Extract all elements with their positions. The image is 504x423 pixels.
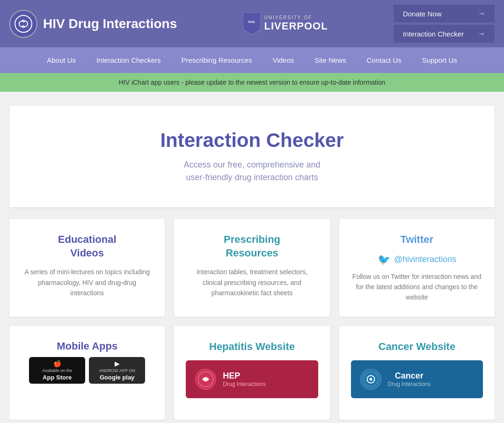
twitter-handle-text: @hivinteractions [394,255,456,264]
apple-icon: 🍎 [53,360,61,367]
app-store-label: Available on the [42,368,72,373]
svg-point-0 [15,15,32,32]
univ-of-label: UNIVERSITY OF [264,15,328,20]
cancer-banner: Cancer Drug Interactions [351,360,483,398]
twitter-handle: 🐦 @hivinteractions [351,254,483,266]
info-banner: HIV iChart app users - please update to … [0,73,504,92]
banner-text: HIV iChart app users - please update to … [119,79,386,86]
card-cancer-website[interactable]: Cancer Website Cancer Drug Interactions [339,326,495,420]
google-play-label: ANDROID APP ON [99,368,135,373]
app-store-badge[interactable]: 🍎 Available on the App Store [29,357,85,384]
prescribing-resources-title: PrescribingResources [186,233,318,260]
hep-text: HEP Drug Interactions [223,371,265,387]
nav-site-news[interactable]: Site News [304,49,357,71]
svg-marker-1 [243,13,261,35]
svg-point-6 [369,378,372,381]
donate-arrow-icon: → [478,9,485,18]
hero-title: Interaction Checker [23,129,481,152]
hep-sub-label: Drug Interactions [223,381,265,387]
nav-contact-us[interactable]: Contact Us [357,49,412,71]
mobile-apps-title: Mobile Apps [21,340,153,352]
twitter-title: Twitter [351,233,483,247]
cancer-text: Cancer Drug Interactions [388,371,431,387]
cancer-name-label: Cancer [388,371,431,381]
cards-row-1: EducationalVideos A series of mini-lectu… [9,219,495,317]
twitter-bird-icon: 🐦 [378,254,390,266]
interaction-checker-button[interactable]: Interaction Checker → [394,25,495,43]
card-mobile-apps[interactable]: Mobile Apps 🍎 Available on the App Store… [9,326,165,420]
nav-prescribing-resources[interactable]: Prescribing Resources [171,49,263,71]
donate-now-button[interactable]: Donate Now → [394,5,495,22]
hero-subtitle-line1: Access our free, comprehensive and [183,160,320,169]
app-badges: 🍎 Available on the App Store ▶ ANDROID A… [21,357,153,384]
educational-videos-text: A series of mini-lectures on topics incl… [21,267,153,298]
header-branding: HIV Drug Interactions [9,10,177,38]
hero-card: Interaction Checker Access our free, com… [9,106,495,207]
main-nav: About Us Interaction Checkers Prescribin… [0,47,504,73]
liverpool-text: UNIVERSITY OF LIVERPOOL [264,15,328,32]
liverpool-logo: UoL UNIVERSITY OF LIVERPOOL [243,13,328,35]
hep-banner: HEP Drug Interactions [186,360,318,398]
cancer-title: Cancer Website [351,340,483,354]
hero-subtitle: Access our free, comprehensive and user-… [23,159,481,184]
liverpool-name-label: LIVERPOOL [264,20,328,32]
nav-about-us[interactable]: About Us [37,49,86,71]
card-hepatitis-website[interactable]: Hepatitis Website HEP Drug Interactions [174,326,329,420]
google-play-badge[interactable]: ▶ ANDROID APP ON Google play [89,357,145,384]
hero-subtitle-line2: user-friendly drug interaction charts [186,173,318,182]
cancer-logo-icon [360,369,381,390]
hep-name-label: HEP [223,371,265,381]
cancer-sub-label: Drug Interactions [388,381,431,387]
nav-support-us[interactable]: Support Us [412,49,467,71]
twitter-description: Follow us on Twitter for interaction new… [351,271,483,303]
hepatitis-title: Hepatitis Website [186,340,318,354]
donate-label: Donate Now [403,10,442,18]
card-twitter[interactable]: Twitter 🐦 @hivinteractions Follow us on … [339,219,495,317]
app-store-name: App Store [43,374,72,381]
nav-videos[interactable]: Videos [262,49,304,71]
card-prescribing-resources[interactable]: PrescribingResources Interaction tables,… [174,219,329,317]
google-play-name: Google play [100,374,134,381]
educational-videos-title: EducationalVideos [21,233,153,260]
cards-row-2: Mobile Apps 🍎 Available on the App Store… [9,326,495,420]
site-title-text: HIV Drug Interactions [43,16,177,31]
svg-text:UoL: UoL [248,20,256,24]
main-content: Interaction Checker Access our free, com… [0,92,504,423]
hep-logo-icon [195,369,216,390]
header-buttons: Donate Now → Interaction Checker → [394,5,495,43]
interaction-checker-label: Interaction Checker [403,30,464,38]
card-educational-videos[interactable]: EducationalVideos A series of mini-lectu… [9,219,165,317]
interaction-checker-arrow-icon: → [478,29,485,38]
site-logo [9,10,37,38]
site-header: HIV Drug Interactions UoL UNIVERSITY OF … [0,0,504,47]
nav-interaction-checkers[interactable]: Interaction Checkers [86,49,171,71]
prescribing-resources-text: Interaction tables, treatment selectors,… [186,267,318,298]
android-icon: ▶ [115,360,120,367]
